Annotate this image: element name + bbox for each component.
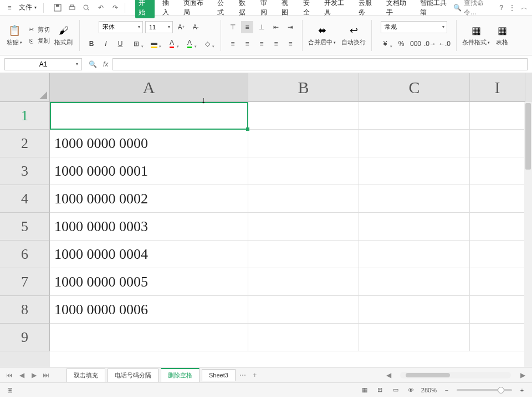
hamburger-icon[interactable]: ≡ <box>4 3 14 13</box>
more-icon[interactable]: ⋮ <box>509 4 515 12</box>
cell-d4[interactable] <box>470 185 525 213</box>
cell-b2[interactable] <box>248 130 359 157</box>
fx-icon[interactable]: fx <box>103 60 108 68</box>
row-header-4[interactable]: 4 <box>0 185 50 213</box>
clear-format-button[interactable]: ◇ <box>200 38 215 50</box>
merge-center-button[interactable]: ⬌ 合并居中▾ <box>307 23 337 48</box>
col-header-c[interactable]: C <box>359 73 470 102</box>
add-sheet-button[interactable]: + <box>250 370 260 380</box>
status-icon[interactable]: ⊞ <box>4 386 16 395</box>
cell-c3[interactable] <box>359 157 470 185</box>
tab-review[interactable]: 审阅 <box>259 0 274 19</box>
tab-start[interactable]: 开始 <box>135 0 155 18</box>
font-color-button[interactable]: A <box>164 38 180 50</box>
tab-security[interactable]: 安全 <box>302 0 317 19</box>
align-middle-button[interactable]: ≡ <box>241 21 253 33</box>
cell-a7[interactable]: 1000 0000 0005 <box>50 268 248 296</box>
increase-indent-button[interactable]: ⇥ <box>284 21 296 33</box>
select-all-corner[interactable] <box>0 73 50 102</box>
table-style-button[interactable]: ▦ 表格 <box>494 23 510 48</box>
formula-bar[interactable] <box>112 58 528 70</box>
cell-c1[interactable] <box>359 102 470 130</box>
border-button[interactable]: ⊞ <box>129 38 144 50</box>
align-left-button[interactable]: ≡ <box>227 38 239 50</box>
align-bottom-button[interactable]: ⊥ <box>255 21 268 33</box>
zoom-out-button[interactable]: − <box>441 386 452 395</box>
percent-button[interactable]: % <box>395 38 407 50</box>
cell-a6[interactable]: 1000 0000 0004 <box>50 241 248 268</box>
hscroll-thumb[interactable] <box>406 373 450 377</box>
sheet-tab-1[interactable]: 双击填充 <box>66 369 105 382</box>
collapse-ribbon-icon[interactable]: ︿ <box>521 3 528 12</box>
cell-a3[interactable]: 1000 0000 0001 <box>50 157 248 185</box>
cell-b6[interactable] <box>248 241 359 268</box>
auto-wrap-button[interactable]: ↩ 自动换行 <box>340 23 367 48</box>
col-header-a[interactable]: A <box>50 73 248 102</box>
cell-d8[interactable] <box>470 296 525 324</box>
cell-d7[interactable] <box>470 268 525 296</box>
undo-icon[interactable]: ↶ <box>96 3 106 13</box>
align-right-button[interactable]: ≡ <box>255 38 268 50</box>
save-icon[interactable] <box>53 3 63 13</box>
cell-d3[interactable] <box>470 157 525 185</box>
distribute-button[interactable]: ≡ <box>284 38 296 50</box>
bold-button[interactable]: B <box>85 38 98 50</box>
increase-font-button[interactable]: A+ <box>175 21 187 33</box>
cell-b9[interactable] <box>248 324 359 351</box>
cell-a5[interactable]: 1000 0000 0003 <box>50 213 248 241</box>
print-preview-icon[interactable] <box>81 3 91 13</box>
cell-a8[interactable]: 1000 0000 0006 <box>50 296 248 324</box>
copy-button[interactable]: ⎘复制 <box>27 37 50 45</box>
cell-b5[interactable] <box>248 213 359 241</box>
help-icon[interactable]: ? <box>499 4 503 12</box>
horizontal-scrollbar[interactable] <box>400 372 511 378</box>
row-header-2[interactable]: 2 <box>0 130 50 157</box>
currency-button[interactable]: ¥ <box>377 38 393 50</box>
cell-a1[interactable] <box>50 102 248 130</box>
underline-button[interactable]: U <box>114 38 126 50</box>
align-center-button[interactable]: ≡ <box>241 38 253 50</box>
cell-b8[interactable] <box>248 296 359 324</box>
tab-formula[interactable]: 公式 <box>216 0 231 19</box>
last-sheet-button[interactable]: ⏭ <box>41 370 51 380</box>
scroll-left-button[interactable]: ◀ <box>383 370 393 380</box>
first-sheet-button[interactable]: ⏮ <box>4 370 14 380</box>
page-layout-button[interactable]: ⊞ <box>375 386 386 395</box>
cell-a4[interactable]: 1000 0000 0002 <box>50 185 248 213</box>
decrease-indent-button[interactable]: ⇤ <box>270 21 282 33</box>
row-header-9[interactable]: 9 <box>0 324 50 351</box>
cell-c8[interactable] <box>359 296 470 324</box>
col-header-d[interactable]: I <box>470 73 525 102</box>
decrease-decimal-button[interactable]: ←.0 <box>438 38 451 50</box>
normal-view-button[interactable]: ▦ <box>359 386 370 395</box>
format-painter-button[interactable]: 🖌 格式刷 <box>53 23 74 48</box>
print-icon[interactable] <box>67 3 77 13</box>
zoom-in-button[interactable]: + <box>516 386 528 395</box>
row-header-8[interactable]: 8 <box>0 296 50 324</box>
row-header-7[interactable]: 7 <box>0 268 50 296</box>
highlight-button[interactable]: A <box>182 38 197 50</box>
tab-cloud[interactable]: 云服务 <box>357 0 378 19</box>
search-command[interactable]: 🔍查找命令... <box>453 0 494 17</box>
more-sheets-button[interactable]: ⋯ <box>238 370 248 380</box>
scroll-thumb[interactable] <box>525 103 531 170</box>
cell-a9[interactable] <box>50 324 248 351</box>
vertical-scrollbar[interactable] <box>524 102 532 367</box>
tab-insert[interactable]: 插入 <box>161 0 176 19</box>
cell-c9[interactable] <box>359 324 470 351</box>
increase-decimal-button[interactable]: .0→ <box>424 38 436 50</box>
cell-d6[interactable] <box>470 241 525 268</box>
zoom-slider[interactable] <box>457 389 512 391</box>
scroll-right-button[interactable]: ▶ <box>518 370 528 380</box>
font-name-select[interactable]: 宋体▾ <box>99 21 143 33</box>
cell-d5[interactable] <box>470 213 525 241</box>
cell-d2[interactable] <box>470 130 525 157</box>
tab-data[interactable]: 数据 <box>238 0 253 19</box>
file-menu[interactable]: 文件▾ <box>17 2 39 13</box>
sheet-tab-4[interactable]: Sheet3 <box>202 369 236 381</box>
number-format-select[interactable]: 常规▾ <box>381 21 447 33</box>
cell-c4[interactable] <box>359 185 470 213</box>
row-header-5[interactable]: 5 <box>0 213 50 241</box>
cell-b1[interactable] <box>248 102 359 130</box>
cut-button[interactable]: ✂剪切 <box>27 25 50 34</box>
